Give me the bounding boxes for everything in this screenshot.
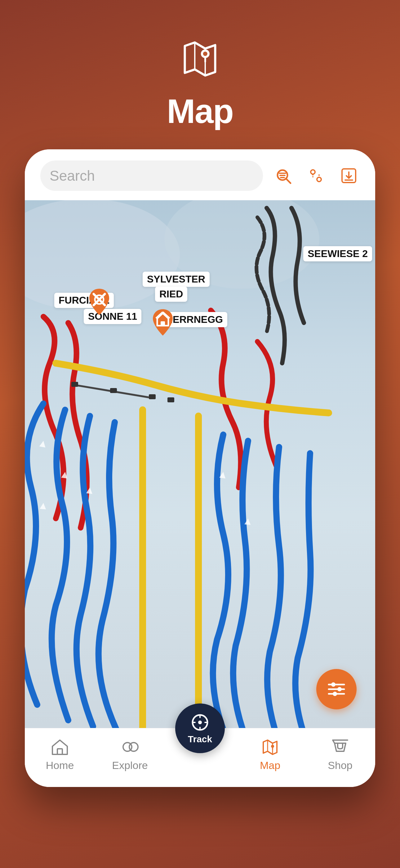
fab-filter-button[interactable] bbox=[316, 669, 357, 709]
nav-item-shop[interactable]: Shop bbox=[305, 738, 375, 771]
search-filter-icon[interactable] bbox=[272, 165, 294, 187]
svg-rect-32 bbox=[161, 321, 165, 326]
pin-furcia[interactable] bbox=[87, 287, 112, 318]
nav-item-home[interactable]: Home bbox=[25, 738, 95, 771]
map-area[interactable]: SEEWIESE 2 SYLVESTER RIED FURCIA 12 SONN… bbox=[25, 200, 375, 728]
nav-item-explore[interactable]: Explore bbox=[95, 738, 165, 771]
label-seewiese: SEEWIESE 2 bbox=[303, 246, 372, 261]
svg-rect-48 bbox=[57, 749, 62, 754]
track-center-button[interactable]: Track bbox=[175, 704, 225, 753]
svg-line-22 bbox=[74, 385, 112, 391]
svg-point-3 bbox=[203, 52, 207, 56]
search-bar-row: Search bbox=[25, 149, 375, 200]
pin-herrnegg[interactable] bbox=[151, 308, 175, 338]
svg-marker-17 bbox=[40, 503, 46, 509]
map-pin-icon bbox=[178, 37, 222, 91]
track-label: Track bbox=[188, 734, 212, 744]
search-bar[interactable]: Search bbox=[40, 160, 263, 191]
svg-rect-25 bbox=[110, 388, 117, 393]
waypoint-icon[interactable] bbox=[305, 165, 327, 187]
svg-rect-27 bbox=[167, 397, 174, 402]
svg-line-5 bbox=[286, 179, 291, 183]
nav-label-map: Map bbox=[260, 760, 280, 771]
svg-rect-24 bbox=[71, 382, 78, 387]
label-sylvester: SYLVESTER bbox=[143, 272, 210, 287]
nav-label-home: Home bbox=[46, 760, 74, 771]
svg-point-42 bbox=[198, 720, 202, 724]
nav-item-map[interactable]: Map bbox=[235, 738, 305, 771]
header-section: Map bbox=[167, 0, 233, 131]
svg-rect-26 bbox=[149, 394, 156, 399]
label-ried: RIED bbox=[155, 286, 187, 302]
search-placeholder: Search bbox=[49, 167, 95, 184]
svg-line-23 bbox=[112, 391, 149, 397]
phone-container: Search bbox=[25, 149, 375, 787]
svg-point-38 bbox=[331, 682, 335, 687]
page-title: Map bbox=[167, 91, 233, 131]
svg-point-40 bbox=[333, 692, 337, 696]
nav-label-shop: Shop bbox=[328, 760, 352, 771]
svg-marker-16 bbox=[39, 440, 46, 447]
toolbar-icons bbox=[272, 165, 360, 187]
svg-marker-47 bbox=[53, 740, 67, 754]
svg-point-39 bbox=[337, 687, 342, 691]
svg-point-50 bbox=[129, 743, 138, 751]
nav-label-explore: Explore bbox=[112, 760, 147, 771]
svg-point-9 bbox=[311, 170, 315, 174]
download-icon[interactable] bbox=[338, 165, 360, 187]
bottom-nav: Track Home Explore bbox=[25, 728, 375, 787]
svg-point-10 bbox=[317, 177, 321, 182]
